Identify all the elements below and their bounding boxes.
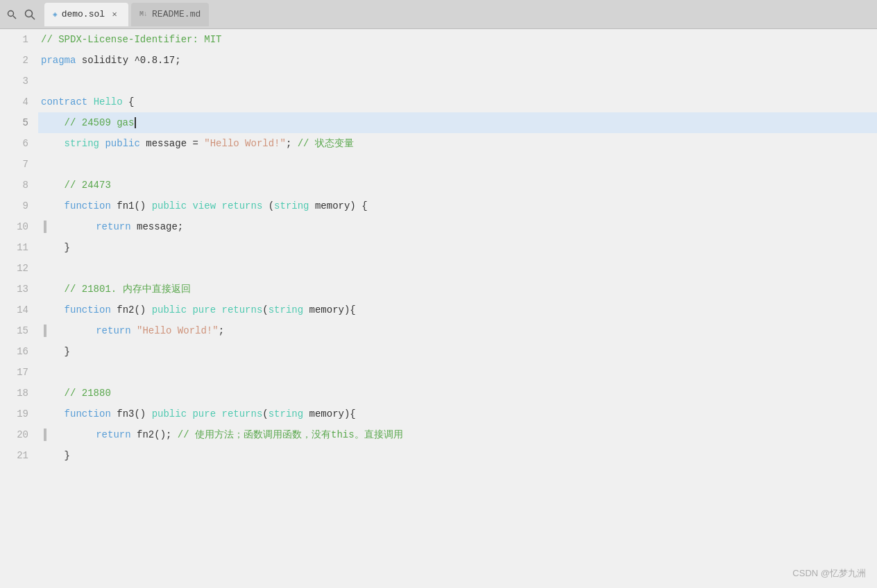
code-line-11[interactable]: } bbox=[38, 237, 877, 258]
line6-comment: // 状态变量 bbox=[298, 137, 354, 150]
code-line-14[interactable]: function fn2() public pure returns(strin… bbox=[38, 300, 877, 320]
line20-return: return bbox=[96, 429, 130, 440]
line-numbers: 1 2 3 4 5 6 7 8 9 10 11 12 13 14 15 16 1… bbox=[0, 29, 38, 588]
line9-sp1 bbox=[187, 200, 192, 211]
line-num-1: 1 bbox=[0, 29, 38, 50]
svg-point-2 bbox=[26, 10, 33, 17]
code-line-2[interactable]: pragma solidity ^0.8.17; bbox=[38, 50, 877, 71]
line-num-5: 5 bbox=[0, 112, 38, 133]
code-line-21[interactable]: } bbox=[38, 445, 877, 466]
line6-indent bbox=[41, 138, 65, 149]
code-line-18[interactable]: // 21880 bbox=[38, 383, 877, 404]
search-large-icon[interactable] bbox=[24, 8, 36, 21]
code-content: 1 2 3 4 5 6 7 8 9 10 11 12 13 14 15 16 1… bbox=[0, 29, 877, 588]
code-line-17[interactable] bbox=[38, 362, 877, 383]
line6-semi: ; bbox=[286, 138, 298, 149]
line10-return: return bbox=[96, 221, 130, 232]
line15-sp bbox=[131, 325, 137, 336]
line15-indent bbox=[49, 325, 96, 336]
line6-message: message = bbox=[140, 138, 204, 149]
line9-sp2 bbox=[216, 200, 221, 211]
code-line-10[interactable]: return message; bbox=[38, 216, 877, 237]
code-line-4[interactable]: contract Hello { bbox=[38, 92, 877, 112]
text-cursor bbox=[135, 117, 136, 128]
code-line-1[interactable]: // SPDX-License-Identifier: MIT bbox=[38, 29, 877, 50]
code-line-13[interactable]: // 21801. 内存中直接返回 bbox=[38, 279, 877, 300]
line4-contract: contract bbox=[41, 96, 87, 107]
line-num-3: 3 bbox=[0, 71, 38, 92]
line-num-19: 19 bbox=[0, 404, 38, 424]
line10-indent bbox=[49, 221, 96, 232]
tab-readme-md[interactable]: M↓ README.md bbox=[131, 3, 209, 26]
code-line-20[interactable]: return fn2(); // 使用方法；函数调用函数，没有this。直接调用 bbox=[38, 424, 877, 445]
line2-rest: solidity ^0.8.17; bbox=[76, 55, 180, 66]
line-num-2: 2 bbox=[0, 50, 38, 71]
code-line-5[interactable]: // 24509 gas bbox=[38, 112, 877, 133]
line16-close: } bbox=[41, 346, 70, 357]
code-line-7[interactable] bbox=[38, 154, 877, 175]
line-num-20: 20 bbox=[0, 424, 38, 445]
line14-memory: memory){ bbox=[303, 304, 356, 315]
line6-string: string bbox=[65, 138, 99, 149]
line-num-21: 21 bbox=[0, 445, 38, 466]
line14-sp1 bbox=[187, 304, 192, 315]
line14-paren1: ( bbox=[262, 304, 268, 315]
line9-fn1: fn1() bbox=[111, 200, 152, 211]
sol-file-icon: ◈ bbox=[53, 10, 58, 19]
line19-sp2 bbox=[216, 408, 221, 420]
editor-container: ◈ demo.sol ✕ M↓ README.md 1 2 3 4 5 6 7 … bbox=[0, 0, 877, 588]
line14-fn2: fn2() bbox=[111, 304, 152, 315]
code-line-3[interactable] bbox=[38, 71, 877, 92]
line14-sp2 bbox=[216, 304, 221, 315]
line9-indent bbox=[41, 200, 65, 211]
md-file-icon: M↓ bbox=[139, 10, 148, 18]
line-num-8: 8 bbox=[0, 175, 38, 196]
line5-comment: // 24509 gas bbox=[41, 117, 134, 128]
line2-pragma: pragma bbox=[41, 55, 76, 66]
code-line-15[interactable]: return "Hello World!"; bbox=[38, 320, 877, 341]
line-num-18: 18 bbox=[0, 383, 38, 404]
line19-pure: pure bbox=[192, 408, 216, 420]
line19-sp1 bbox=[187, 408, 192, 420]
tab-bar: ◈ demo.sol ✕ M↓ README.md bbox=[0, 0, 877, 29]
line-num-11: 11 bbox=[0, 237, 38, 258]
line13-comment: // 21801. 内存中直接返回 bbox=[41, 283, 191, 295]
line9-memory: memory) { bbox=[309, 200, 368, 211]
line10-msg: message; bbox=[131, 221, 184, 232]
search-small-icon[interactable] bbox=[6, 8, 18, 21]
code-lines: // SPDX-License-Identifier: MIT pragma s… bbox=[38, 29, 877, 588]
line9-public: public bbox=[152, 200, 187, 211]
line19-fn3: fn3() bbox=[111, 408, 152, 420]
code-area: 1 2 3 4 5 6 7 8 9 10 11 12 13 14 15 16 1… bbox=[0, 29, 877, 588]
code-line-16[interactable]: } bbox=[38, 341, 877, 362]
line21-close: } bbox=[41, 450, 70, 461]
code-line-6[interactable]: string public message = "Hello World!"; … bbox=[38, 133, 877, 154]
line6-value: "Hello World!" bbox=[204, 138, 286, 149]
line9-view: view bbox=[192, 200, 216, 211]
tab-readme-md-label: README.md bbox=[152, 9, 201, 19]
code-line-9[interactable]: function fn1() public view returns (stri… bbox=[38, 196, 877, 216]
line15-semi: ; bbox=[219, 325, 224, 336]
line19-string: string bbox=[269, 408, 303, 420]
line11-close: } bbox=[41, 242, 70, 253]
code-line-12[interactable] bbox=[38, 258, 877, 279]
line4-space bbox=[87, 96, 93, 107]
line6-space1 bbox=[99, 138, 105, 149]
line14-function: function bbox=[65, 304, 111, 315]
line-num-13: 13 bbox=[0, 279, 38, 300]
code-line-19[interactable]: function fn3() public pure returns(strin… bbox=[38, 404, 877, 424]
line-num-15: 15 bbox=[0, 320, 38, 341]
line19-function: function bbox=[65, 408, 111, 420]
line15-string: "Hello World!" bbox=[137, 325, 219, 336]
line9-function: function bbox=[65, 200, 111, 211]
line14-returns: returns bbox=[221, 304, 262, 315]
tab-demo-sol-close[interactable]: ✕ bbox=[109, 9, 120, 20]
line6-public: public bbox=[105, 138, 139, 149]
code-line-8[interactable]: // 24473 bbox=[38, 175, 877, 196]
line-num-17: 17 bbox=[0, 362, 38, 383]
tab-demo-sol[interactable]: ◈ demo.sol ✕ bbox=[44, 3, 128, 26]
svg-line-3 bbox=[32, 16, 35, 19]
line-num-6: 6 bbox=[0, 133, 38, 154]
line19-paren1: ( bbox=[262, 408, 268, 420]
line-num-4: 4 bbox=[0, 92, 38, 112]
